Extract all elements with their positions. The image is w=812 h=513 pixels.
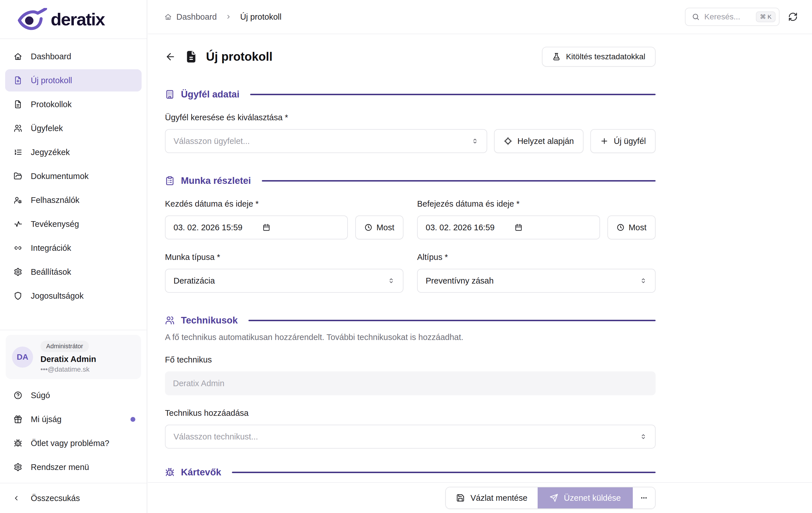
section-title: Ügyfél adatai [181, 89, 239, 100]
gift-icon [14, 415, 22, 424]
section-pests-header: Kártevők [165, 467, 656, 478]
save-draft-button[interactable]: Vázlat mentése [446, 487, 538, 508]
sidebar: deratix Dashboard Új protokoll Protokoll… [0, 0, 147, 513]
plus-icon [600, 137, 609, 145]
sidebar-item-label: Jogosultságok [31, 291, 84, 301]
section-divider-line [250, 94, 656, 95]
lead-technician-input: Deratix Admin [165, 371, 656, 395]
sidebar-item-documents[interactable]: Dokumentumok [5, 165, 142, 187]
users-icon [14, 124, 22, 133]
sidebar-item-dashboard[interactable]: Dashboard [5, 45, 142, 67]
sidebar-item-activity[interactable]: Tevékenység [5, 213, 142, 235]
system-menu-item[interactable]: Rendszer menü [5, 456, 142, 478]
feedback-menu-item[interactable]: Ötlet vagy probléma? [5, 432, 142, 454]
breadcrumb-home-link[interactable]: Dashboard [176, 12, 217, 22]
sidebar-item-label: Tevékenység [31, 220, 79, 229]
sidebar-item-settings[interactable]: Beállítások [5, 261, 142, 283]
sidebar-nav: Dashboard Új protokoll Protokollok Ügyfe… [0, 39, 147, 310]
bug-icon [14, 439, 22, 448]
back-button[interactable] [165, 51, 176, 62]
sidebar-item-registers[interactable]: Jegyzékek [5, 141, 142, 163]
work-type-label: Munka típusa * [165, 253, 403, 262]
sidebar-item-new-protocol[interactable]: Új protokoll [5, 69, 142, 91]
send-message-button[interactable]: Üzenet küldése [538, 487, 633, 508]
breadcrumb: Dashboard Új protokoll [165, 12, 282, 22]
menu-item-label: Súgó [31, 391, 50, 400]
search-input[interactable] [704, 12, 751, 21]
sidebar-item-label: Dashboard [31, 52, 71, 61]
chevrons-up-down-icon [471, 137, 478, 145]
file-plus-icon [14, 76, 22, 85]
topbar: Dashboard Új protokoll ⌘ K [148, 0, 812, 34]
section-technicians-header: Technikusok [165, 315, 656, 326]
clock-icon [616, 223, 625, 231]
action-footer: Vázlat mentése Üzenet küldése [148, 482, 812, 513]
main-area: Dashboard Új protokoll ⌘ K [148, 0, 812, 513]
deratix-logo-icon [17, 8, 48, 31]
send-icon [550, 494, 558, 502]
section-divider-line [232, 472, 656, 473]
menu-item-label: Rendszer menü [31, 462, 89, 472]
page-content: Új protokoll Kitöltés tesztadatokkal Ügy… [148, 34, 656, 494]
section-title: Technikusok [181, 315, 238, 326]
start-now-button[interactable]: Most [355, 216, 403, 239]
sidebar-item-label: Dokumentumok [31, 172, 89, 181]
sidebar-item-integrations[interactable]: Integrációk [5, 237, 142, 259]
flask-icon [552, 52, 561, 61]
sidebar-item-permissions[interactable]: Jogosultságok [5, 285, 142, 307]
new-client-button[interactable]: Új ügyfél [590, 129, 656, 153]
chevrons-up-down-icon [387, 277, 395, 284]
save-icon [456, 494, 465, 502]
sidebar-item-label: Felhasználók [31, 196, 80, 205]
help-circle-icon [14, 391, 22, 400]
menu-item-label: Ötlet vagy probléma? [31, 438, 109, 448]
chevron-right-icon [225, 14, 232, 20]
folder-open-icon [14, 172, 22, 180]
bug-icon [165, 467, 175, 477]
end-now-button[interactable]: Most [607, 216, 656, 239]
section-title: Kártevők [181, 467, 221, 478]
help-menu-item[interactable]: Súgó [5, 384, 142, 406]
sidebar-divider [0, 330, 147, 330]
chevron-left-icon [12, 494, 20, 502]
whats-new-menu-item[interactable]: Mi újság [5, 408, 142, 430]
link-icon [14, 244, 22, 252]
start-datetime-input[interactable]: 03. 02. 2026 15:59 [165, 216, 348, 239]
sidebar-item-clients[interactable]: Ügyfelek [5, 117, 142, 139]
end-datetime-label: Befejezés dátuma és ideje * [417, 199, 656, 209]
more-actions-button[interactable] [633, 487, 655, 508]
building-icon [165, 89, 175, 99]
brand[interactable]: deratix [0, 0, 147, 39]
work-subtype-label: Altípus * [417, 253, 656, 262]
calendar-icon[interactable] [515, 223, 523, 231]
calendar-icon[interactable] [262, 223, 270, 231]
work-type-select[interactable]: Deratizácia [165, 269, 403, 293]
sidebar-item-label: Új protokoll [31, 76, 72, 85]
user-card[interactable]: DA Administrátor Deratix Admin •••@datat… [6, 335, 141, 379]
search-shortcut-badge: ⌘ K [756, 11, 776, 22]
protocol-document-icon [185, 51, 198, 63]
sidebar-item-label: Beállítások [31, 267, 71, 277]
add-technician-select[interactable]: Válasszon technikust... [165, 425, 656, 449]
collapse-sidebar-button[interactable]: Összecsukás [0, 483, 147, 513]
client-select-label: Ügyfél keresése és kiválasztása * [165, 113, 656, 122]
ellipsis-icon [640, 494, 648, 502]
sidebar-item-users[interactable]: Felhasználók [5, 189, 142, 211]
file-text-icon [14, 100, 22, 109]
chevrons-up-down-icon [640, 277, 647, 284]
sidebar-item-protocols[interactable]: Protokollok [5, 93, 142, 115]
list-ordered-icon [14, 148, 22, 156]
end-datetime-input[interactable]: 03. 02. 2026 16:59 [417, 216, 600, 239]
technicians-description: A fő technikus automatikusan hozzárendel… [165, 333, 656, 342]
menu-item-label: Mi újság [31, 415, 62, 424]
sidebar-item-label: Integrációk [31, 244, 71, 253]
global-search[interactable]: ⌘ K [685, 8, 780, 26]
arrow-left-icon [165, 51, 176, 62]
by-location-button[interactable]: Helyzet alapján [494, 129, 583, 153]
role-badge: Administrátor [40, 341, 89, 352]
client-select[interactable]: Válasszon ügyfelet... [165, 129, 487, 153]
refresh-button[interactable] [788, 12, 798, 22]
work-subtype-select[interactable]: Preventívny zásah [417, 269, 656, 293]
activity-icon [14, 220, 22, 228]
fill-test-data-button[interactable]: Kitöltés tesztadatokkal [542, 47, 656, 67]
